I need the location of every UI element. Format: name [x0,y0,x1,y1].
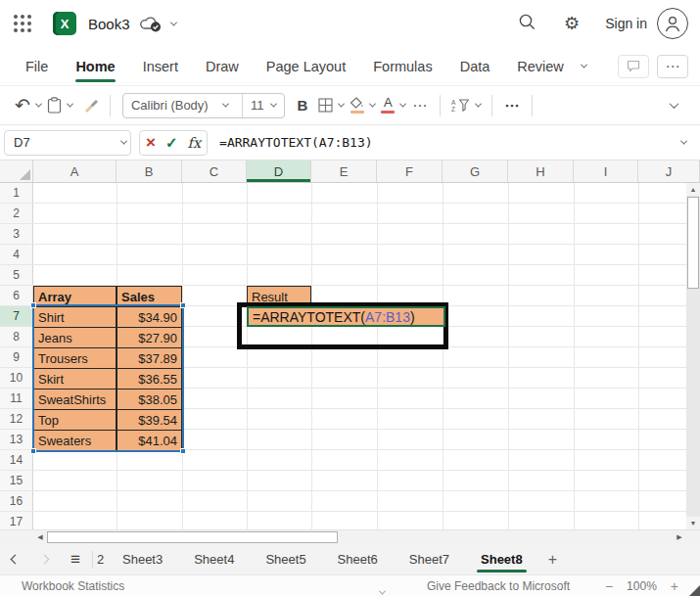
row-header-17[interactable]: 17 [0,512,33,529]
scroll-down-icon[interactable]: ▼ [686,517,700,529]
row-header-10[interactable]: 10 [0,368,33,388]
undo-dropdown-chevron-icon[interactable] [33,92,44,119]
sheet-tab-sheet8[interactable]: Sheet8 [465,544,538,574]
row-header-3[interactable]: 3 [0,224,33,244]
row-header-4[interactable]: 4 [0,245,33,264]
font-size-select[interactable]: 11 [243,98,272,113]
scroll-right-icon[interactable]: ▶ [673,530,686,544]
column-header-F[interactable]: F [377,160,443,182]
column-header-E[interactable]: E [311,160,377,182]
cell-B8[interactable]: $27.90 [117,327,182,348]
column-header-G[interactable]: G [443,160,508,182]
cell-A6[interactable]: Array [33,286,117,307]
menu-page-layout[interactable]: Page Layout [257,53,355,80]
menu-home[interactable]: Home [66,53,124,80]
name-box[interactable]: D7 [4,130,131,156]
confirm-formula-icon[interactable]: ✓ [165,135,178,150]
formula-input[interactable]: =ARRAYTOTEXT(A7:B13) [219,135,681,150]
menu-formulas[interactable]: Formulas [363,53,442,80]
row-header-14[interactable]: 14 [0,450,33,470]
zoom-level[interactable]: 100% [627,579,657,593]
insert-function-icon[interactable]: fx [188,135,202,151]
borders-dropdown-chevron-icon[interactable] [336,92,347,119]
column-header-A[interactable]: A [33,160,117,182]
scroll-up-icon[interactable]: ▲ [686,183,700,196]
ribbon-overflow-button[interactable]: ⋯ [657,55,688,78]
font-name-select[interactable]: Calibri (Body) [123,98,223,113]
zoom-in-button[interactable]: + [671,578,678,594]
row-header-13[interactable]: 13 [0,430,33,449]
row-header-2[interactable]: 2 [0,204,33,223]
font-color-icon[interactable]: A [378,92,397,119]
chevron-down-icon[interactable] [170,19,177,25]
cell-B6[interactable]: Sales [117,286,182,307]
row-header-16[interactable]: 16 [0,491,33,511]
comments-button[interactable] [618,55,649,78]
sheet-body[interactable]: 1234567891011121314151617 =ARRAYTOTEXT(A… [0,183,700,529]
menu-review[interactable]: Review [507,53,574,80]
all-sheets-menu-icon[interactable]: ≡ [59,550,92,570]
cell-B13[interactable]: $41.04 [117,430,182,451]
font-name-chevron-icon[interactable] [222,101,229,108]
cloud-saved-icon[interactable] [139,16,163,32]
sheet-tab-sheet6[interactable]: Sheet6 [322,544,394,574]
sort-filter-dropdown-chevron-icon[interactable] [473,92,484,119]
sheet-tab-partial[interactable]: 2 [93,552,107,567]
menu-draw[interactable]: Draw [196,53,249,80]
row-header-6[interactable]: 6 [0,286,33,305]
vertical-scroll-thumb[interactable] [687,197,699,289]
status-dropdown-chevron-icon[interactable] [380,584,385,596]
cell-A9[interactable]: Trousers [33,347,117,369]
cell-B11[interactable]: $38.05 [117,389,182,410]
bold-button[interactable]: B [289,97,315,114]
column-header-H[interactable]: H [508,160,574,182]
sheet-tab-sheet7[interactable]: Sheet7 [394,544,465,574]
column-header-I[interactable]: I [574,160,638,182]
menu-file[interactable]: File [16,53,58,80]
format-painter-icon[interactable] [79,92,102,119]
paste-clipboard-icon[interactable] [44,92,65,119]
row-header-9[interactable]: 9 [0,347,33,367]
cell-A10[interactable]: Skirt [33,368,117,390]
column-header-J[interactable]: J [638,160,700,182]
sheet-tab-sheet3[interactable]: Sheet3 [107,544,178,574]
cancel-formula-icon[interactable]: × [146,134,156,151]
add-sheet-button[interactable]: + [538,551,567,569]
feedback-link[interactable]: Give Feedback to Microsoft [427,579,570,593]
workbook-statistics-button[interactable]: Workbook Statistics [22,579,124,593]
toolbar-overflow-icon[interactable]: ⋯ [500,97,524,115]
borders-icon[interactable] [315,92,336,119]
menu-insert[interactable]: Insert [133,53,188,80]
row-header-7[interactable]: 7 [0,306,33,326]
ribbon-collapse-chevron-icon[interactable] [668,92,680,119]
ribbon-more-tabs-chevron-icon[interactable] [581,62,587,69]
name-box-value[interactable]: D7 [5,135,121,150]
row-header-8[interactable]: 8 [0,327,33,346]
cell-B7[interactable]: $34.90 [117,306,182,328]
font-size-chevron-icon[interactable] [270,101,277,108]
window-resize-handle[interactable] [689,585,700,596]
scroll-left-icon[interactable]: ◀ [33,530,47,544]
paste-dropdown-chevron-icon[interactable] [65,92,75,119]
vertical-scrollbar[interactable]: ▲ ▼ [686,183,700,529]
cell-A12[interactable]: Top [33,409,117,431]
sheet-tab-sheet4[interactable]: Sheet4 [178,544,250,574]
font-group-more-icon[interactable]: ⋯ [408,97,432,115]
search-icon[interactable] [518,13,537,35]
row-header-15[interactable]: 15 [0,471,33,490]
row-header-12[interactable]: 12 [0,409,33,429]
fill-color-icon[interactable] [347,92,367,119]
document-title[interactable]: Book3 [88,16,130,32]
horizontal-scroll-thumb[interactable] [47,531,338,543]
cell-A7[interactable]: Shirt [33,306,117,328]
column-header-C[interactable]: C [182,160,247,182]
next-sheet-icon[interactable] [29,556,59,563]
app-launcher-icon[interactable] [14,15,31,32]
cell-A8[interactable]: Jeans [33,327,117,348]
font-color-dropdown-chevron-icon[interactable] [397,92,408,119]
zoom-out-button[interactable]: − [605,578,613,594]
sort-filter-icon[interactable]: A Z [448,92,473,119]
previous-sheet-icon[interactable] [0,556,29,563]
column-header-D[interactable]: D [247,160,311,182]
fill-color-dropdown-chevron-icon[interactable] [367,92,378,119]
